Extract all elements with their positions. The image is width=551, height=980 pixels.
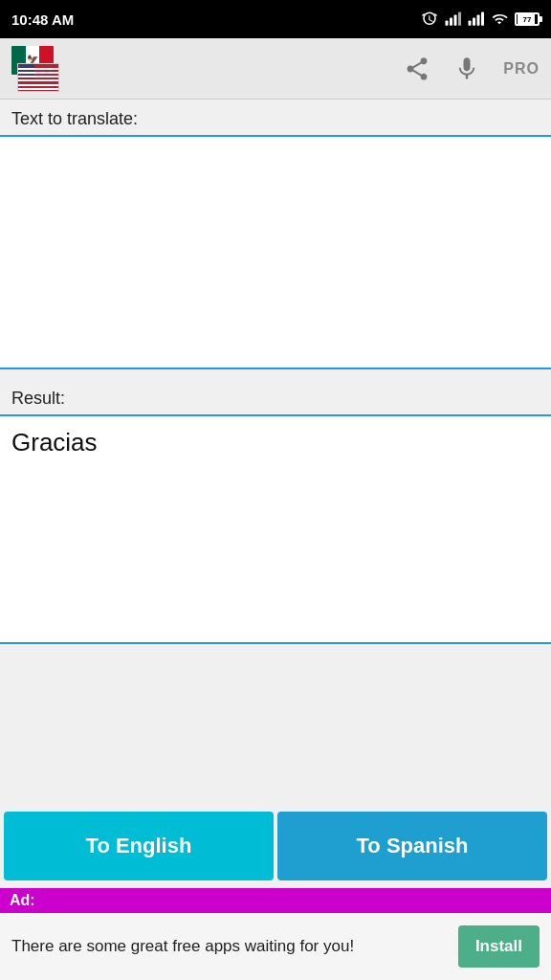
svg-rect-5 [473, 18, 475, 26]
ad-bottom: There are some great free apps waiting f… [0, 913, 551, 980]
pro-button[interactable]: PRO [503, 60, 540, 78]
buttons-row: To English To Spanish [0, 804, 551, 888]
svg-rect-6 [477, 15, 480, 26]
status-time: 10:48 AM [11, 11, 74, 28]
svg-rect-1 [450, 18, 452, 26]
microphone-icon[interactable] [453, 56, 480, 82]
ad-label: Ad: [0, 888, 551, 913]
svg-rect-4 [469, 21, 472, 26]
result-label: Result: [0, 379, 551, 414]
share-icon[interactable] [404, 56, 430, 82]
translate-input[interactable] [0, 135, 551, 369]
to-english-button[interactable]: To English [4, 812, 274, 880]
alarm-icon [421, 11, 438, 28]
ad-text: There are some great free apps waiting f… [11, 935, 449, 958]
svg-rect-2 [454, 15, 457, 26]
status-bar: 10:48 AM 77 [0, 0, 551, 38]
divider [0, 369, 551, 379]
to-spanish-button[interactable]: To Spanish [277, 812, 547, 880]
input-label: Text to translate: [0, 100, 551, 135]
toolbar-icons: PRO [404, 56, 540, 82]
wifi-icon [490, 11, 509, 27]
svg-rect-0 [446, 21, 449, 26]
battery-icon: 77 [515, 12, 540, 26]
toolbar: 🦅 PRO [0, 38, 551, 100]
svg-rect-3 [458, 12, 461, 26]
install-button[interactable]: Install [458, 925, 540, 968]
signal-icon-2 [467, 11, 484, 28]
status-icons: 77 [421, 11, 540, 28]
main-content: Text to translate: Result: Gracias [0, 100, 551, 804]
result-box: Gracias [0, 414, 551, 644]
signal-icon-1 [444, 11, 461, 28]
result-text: Gracias [11, 428, 98, 457]
svg-rect-7 [481, 12, 484, 26]
usa-flag [17, 63, 59, 92]
language-flags[interactable]: 🦅 [11, 46, 65, 92]
